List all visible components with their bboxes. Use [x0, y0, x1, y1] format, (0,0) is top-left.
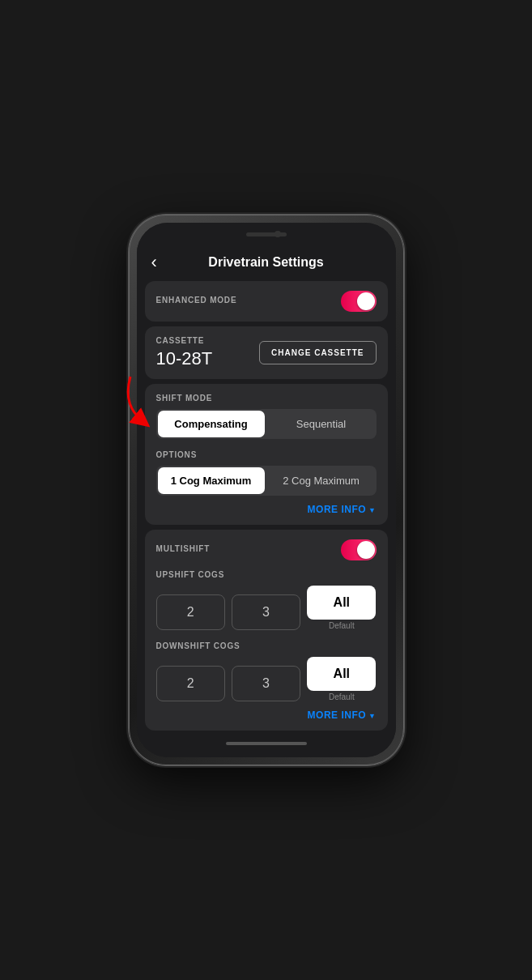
shift-mode-label: SHIFT MODE [156, 394, 377, 403]
downshift-2-wrapper: 2 [156, 666, 225, 701]
cog-1-max[interactable]: 1 Cog Maximum [158, 467, 265, 494]
multishift-section: MULTISHIFT UPSHIFT COGS 2 [145, 530, 388, 731]
back-button[interactable]: ‹ [145, 249, 164, 276]
cassette-info: CASSETTE 10-28T [156, 336, 213, 369]
upshift-default-label: Default [307, 621, 376, 630]
downshift-default-label: Default [307, 692, 376, 701]
home-indicator [137, 735, 396, 748]
more-info-button-2[interactable]: MORE INFO [156, 709, 377, 721]
notch-area [137, 223, 396, 247]
upshift-all-wrapper: All Default [307, 586, 376, 630]
upshift-3-wrapper: 3 [232, 594, 300, 630]
phone-screen: ‹ Drivetrain Settings ENHANCED MODE [137, 223, 396, 757]
cog-max-control: 1 Cog Maximum 2 Cog Maximum [156, 466, 377, 496]
camera [275, 231, 281, 237]
multishift-label: MULTISHIFT [156, 544, 211, 553]
upshift-cogs-group: UPSHIFT COGS 2 3 All Default [156, 570, 377, 630]
toggle-track [341, 291, 377, 312]
multishift-toggle-track [341, 539, 377, 560]
enhanced-mode-label: ENHANCED MODE [156, 296, 237, 305]
downshift-cogs-label: DOWNSHIFT COGS [156, 641, 377, 650]
screen-content: ‹ Drivetrain Settings ENHANCED MODE [137, 247, 396, 757]
shift-mode-section: SHIFT MODE Compensating Sequential OPTIO… [145, 384, 388, 525]
page-title: Drivetrain Settings [208, 255, 323, 270]
enhanced-mode-toggle[interactable] [341, 291, 377, 312]
upshift-3-button[interactable]: 3 [232, 594, 300, 630]
downshift-all-button[interactable]: All [307, 657, 376, 691]
downshift-cogs-group: DOWNSHIFT COGS 2 3 All Default [156, 641, 377, 701]
upshift-2-button[interactable]: 2 [156, 594, 225, 630]
shift-mode-sequential[interactable]: Sequential [268, 411, 375, 437]
home-bar [226, 742, 307, 745]
cassette-value: 10-28T [156, 348, 213, 369]
cassette-section: CASSETTE 10-28T CHANGE CASSETTE [145, 326, 388, 379]
multishift-row: MULTISHIFT [156, 539, 377, 560]
cog-2-max[interactable]: 2 Cog Maximum [268, 467, 375, 494]
multishift-toggle[interactable] [341, 539, 377, 560]
upshift-cogs-row: 2 3 All Default [156, 586, 377, 630]
upshift-2-wrapper: 2 [156, 594, 225, 630]
upshift-cogs-label: UPSHIFT COGS [156, 570, 377, 579]
multishift-toggle-thumb [357, 541, 375, 559]
cassette-row: CASSETTE 10-28T CHANGE CASSETTE [156, 336, 377, 369]
downshift-cogs-row: 2 3 All Default [156, 657, 377, 701]
change-cassette-button[interactable]: CHANGE CASSETTE [259, 341, 376, 364]
upshift-all-button[interactable]: All [307, 586, 376, 620]
options-label: OPTIONS [156, 450, 377, 459]
downshift-2-button[interactable]: 2 [156, 666, 225, 701]
downshift-all-wrapper: All Default [307, 657, 376, 701]
shift-mode-control: Compensating Sequential [156, 409, 377, 439]
downshift-3-wrapper: 3 [232, 666, 300, 701]
header: ‹ Drivetrain Settings [137, 247, 396, 276]
enhanced-mode-section: ENHANCED MODE [145, 281, 388, 322]
more-info-button-1[interactable]: MORE INFO [156, 504, 377, 515]
cassette-label: CASSETTE [156, 336, 213, 345]
shift-mode-compensating[interactable]: Compensating [158, 411, 265, 437]
toggle-thumb [357, 292, 375, 310]
downshift-3-button[interactable]: 3 [232, 666, 300, 701]
enhanced-mode-row: ENHANCED MODE [156, 291, 377, 312]
phone-frame: ‹ Drivetrain Settings ENHANCED MODE [129, 215, 404, 765]
